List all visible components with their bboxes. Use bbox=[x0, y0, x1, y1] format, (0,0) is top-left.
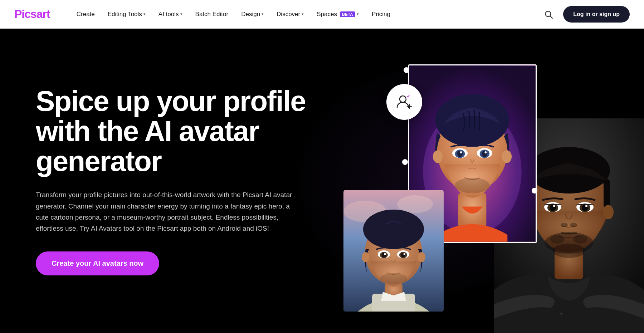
connector-dot-top bbox=[404, 67, 409, 73]
svg-point-51 bbox=[582, 205, 588, 211]
svg-rect-42 bbox=[528, 179, 534, 208]
svg-point-9 bbox=[433, 150, 443, 163]
svg-point-29 bbox=[378, 250, 390, 258]
svg-point-25 bbox=[365, 220, 422, 285]
svg-point-37 bbox=[380, 273, 407, 284]
svg-point-28 bbox=[418, 252, 425, 262]
svg-point-58 bbox=[573, 235, 587, 244]
nav-item-batch-editor[interactable]: Batch Editor bbox=[190, 8, 234, 21]
svg-point-59 bbox=[553, 244, 585, 258]
svg-line-1 bbox=[550, 16, 552, 18]
svg-point-19 bbox=[455, 178, 490, 193]
svg-point-48 bbox=[547, 204, 558, 212]
svg-point-33 bbox=[382, 253, 386, 258]
svg-point-31 bbox=[380, 252, 388, 258]
svg-text:●: ● bbox=[560, 310, 563, 316]
svg-point-47 bbox=[576, 202, 594, 212]
avatar-plus-icon bbox=[395, 93, 414, 111]
svg-point-50 bbox=[550, 205, 556, 211]
svg-point-54 bbox=[561, 223, 568, 227]
header: Picsart Create Editing Tools ▾ AI tools … bbox=[0, 0, 644, 29]
nav-item-editing-tools[interactable]: Editing Tools ▾ bbox=[103, 8, 151, 21]
svg-point-2 bbox=[400, 96, 406, 102]
svg-point-55 bbox=[570, 223, 577, 227]
real-face-right: ● bbox=[494, 118, 644, 333]
svg-point-35 bbox=[384, 253, 386, 255]
svg-point-13 bbox=[455, 150, 465, 158]
chevron-down-icon: ▾ bbox=[180, 12, 182, 16]
hero-image-main bbox=[408, 64, 537, 243]
avatar-icon-circle bbox=[386, 84, 422, 120]
svg-rect-6 bbox=[458, 192, 487, 227]
svg-point-32 bbox=[399, 252, 407, 258]
chevron-down-icon: ▾ bbox=[262, 12, 264, 16]
connector-dot-middle bbox=[402, 159, 408, 165]
svg-point-36 bbox=[404, 253, 405, 255]
cta-button[interactable]: Create your AI avatars now bbox=[36, 251, 159, 275]
anime-face-main bbox=[409, 65, 536, 242]
hero-section: Spice up your profile with the AI avatar… bbox=[0, 29, 644, 333]
nav-item-ai-tools[interactable]: AI tools ▾ bbox=[153, 8, 187, 21]
svg-rect-24 bbox=[385, 283, 402, 299]
svg-point-45 bbox=[603, 205, 614, 219]
svg-point-52 bbox=[553, 205, 555, 207]
chevron-down-icon: ▾ bbox=[302, 12, 304, 16]
svg-rect-39 bbox=[555, 247, 583, 279]
hero-image-bottom-left bbox=[343, 190, 444, 312]
background-glow bbox=[286, 56, 572, 306]
chevron-down-icon: ▾ bbox=[143, 12, 146, 16]
svg-point-17 bbox=[460, 151, 462, 153]
svg-rect-38 bbox=[494, 118, 644, 333]
svg-rect-20 bbox=[343, 190, 444, 312]
header-right: Log in or sign up bbox=[541, 6, 630, 23]
svg-point-41 bbox=[528, 147, 610, 194]
svg-point-46 bbox=[544, 202, 561, 212]
search-icon bbox=[544, 10, 553, 19]
nav-item-design[interactable]: Design ▾ bbox=[236, 8, 269, 21]
svg-point-26 bbox=[363, 210, 424, 249]
hero-description: Transform your profile pictures into out… bbox=[36, 189, 293, 234]
hero-image-bottom-right: ● bbox=[494, 118, 644, 333]
main-nav: Create Editing Tools ▾ AI tools ▾ Batch … bbox=[72, 8, 541, 21]
hero-content: Spice up your profile with the AI avatar… bbox=[36, 86, 315, 275]
svg-point-14 bbox=[480, 150, 490, 158]
svg-rect-4 bbox=[409, 66, 536, 242]
logo[interactable]: Picsart bbox=[14, 8, 50, 21]
svg-point-53 bbox=[585, 205, 587, 207]
svg-point-21 bbox=[343, 201, 386, 222]
svg-point-44 bbox=[524, 205, 535, 219]
svg-point-7 bbox=[437, 110, 508, 191]
svg-point-5 bbox=[423, 108, 521, 235]
svg-point-12 bbox=[477, 148, 492, 158]
login-button[interactable]: Log in or sign up bbox=[563, 6, 630, 23]
nav-item-pricing[interactable]: Pricing bbox=[367, 8, 395, 21]
svg-point-10 bbox=[502, 150, 512, 163]
svg-point-40 bbox=[530, 161, 608, 247]
anime-face-left bbox=[343, 190, 444, 312]
svg-point-18 bbox=[484, 151, 487, 153]
svg-point-16 bbox=[482, 151, 488, 157]
svg-point-49 bbox=[580, 204, 590, 212]
chevron-down-icon: ▾ bbox=[357, 12, 359, 16]
beta-badge: BETA bbox=[340, 11, 355, 17]
svg-rect-43 bbox=[604, 179, 610, 208]
svg-point-57 bbox=[550, 235, 565, 244]
logo-text: Picsart bbox=[14, 8, 50, 21]
svg-point-3 bbox=[409, 106, 410, 107]
svg-rect-23 bbox=[372, 294, 415, 312]
hero-images: ● bbox=[322, 29, 644, 333]
svg-point-11 bbox=[452, 148, 468, 158]
hero-title: Spice up your profile with the AI avatar… bbox=[36, 86, 315, 176]
svg-point-22 bbox=[397, 195, 433, 213]
search-button[interactable] bbox=[541, 7, 556, 22]
svg-point-15 bbox=[457, 151, 463, 157]
nav-item-create[interactable]: Create bbox=[72, 8, 100, 21]
svg-point-30 bbox=[397, 250, 409, 258]
svg-point-34 bbox=[401, 253, 405, 258]
connector-dot-bottom bbox=[532, 188, 537, 194]
nav-item-spaces[interactable]: Spaces BETA ▾ bbox=[312, 8, 364, 21]
nav-item-discover[interactable]: Discover ▾ bbox=[272, 8, 309, 21]
svg-point-56 bbox=[545, 232, 593, 254]
svg-point-8 bbox=[435, 94, 509, 147]
svg-point-27 bbox=[362, 252, 370, 262]
